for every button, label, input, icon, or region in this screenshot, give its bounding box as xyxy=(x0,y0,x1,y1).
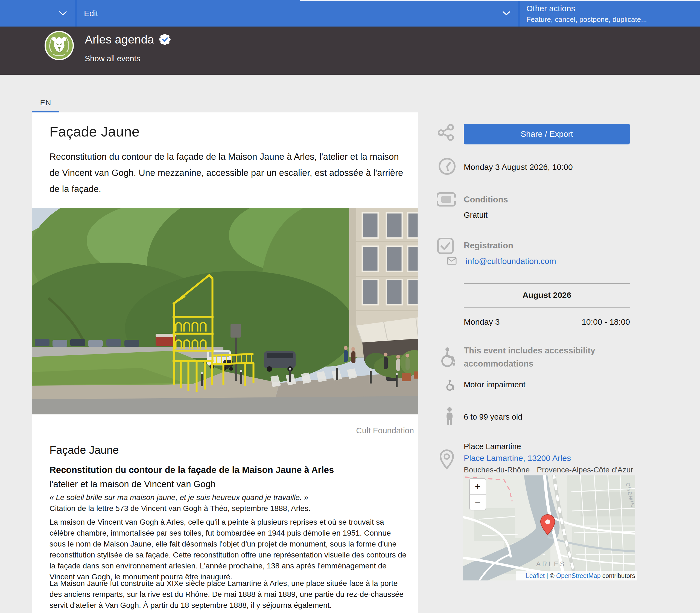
section-subheading-bold: Reconstitution du contour de la façade d… xyxy=(50,465,408,475)
action-bar-divider xyxy=(76,0,76,27)
citation-text: Citation de la lettre 573 de Vincent van… xyxy=(50,504,408,513)
tab-language-en[interactable]: EN xyxy=(32,95,60,111)
schedule-row: Monday 3 10:00 - 18:00 xyxy=(464,317,630,327)
location-map[interactable]: CHEMIN ARLES xyxy=(463,475,635,581)
event-summary: Reconstitution du contour de la façade d… xyxy=(50,148,408,197)
quote-text: « Le soleil brille sur ma maison jaune, … xyxy=(50,493,408,502)
event-datetime: Monday 3 August 2026, 10:00 xyxy=(464,162,573,172)
verified-badge-icon xyxy=(159,34,171,45)
collapse-right-button[interactable] xyxy=(502,11,511,16)
map-attribution: Leaflet | © OpenStreetMap contributors xyxy=(516,571,637,581)
map-zoom-in-button[interactable]: + xyxy=(470,479,486,495)
section-heading: Façade Jaune xyxy=(50,444,119,456)
edit-button[interactable]: Edit xyxy=(84,0,98,27)
wheelchair-icon xyxy=(437,346,459,368)
schedule-day: Monday 3 xyxy=(464,317,500,327)
schedule-divider-top xyxy=(464,283,630,284)
other-actions-subtitle: Feature, cancel, postpone, duplicate... xyxy=(526,15,647,24)
chevron-down-icon xyxy=(502,11,511,16)
event-title: Façade Jaune xyxy=(50,123,140,140)
map-zoom-out-button[interactable]: − xyxy=(470,495,486,510)
share-icon xyxy=(437,123,454,141)
other-actions-title: Other actions xyxy=(526,4,575,13)
event-page: Edit Other actions Feature, cancel, post… xyxy=(0,0,700,613)
collapse-left-button[interactable] xyxy=(59,11,67,16)
schedule-divider-bottom xyxy=(464,308,630,308)
agenda-logo xyxy=(44,31,74,60)
location-region-name: Provence-Alpes-Côte d'Azur xyxy=(537,466,633,474)
clock-icon xyxy=(438,157,456,175)
conditions-label: Conditions xyxy=(464,195,508,205)
body-paragraph-1: La maison de Vincent van Gogh à Arles, c… xyxy=(50,517,408,582)
conditions-value: Gratuit xyxy=(464,211,488,220)
attribution-separator: | © xyxy=(545,572,556,579)
location-address-link[interactable]: Place Lamartine, 13200 Arles xyxy=(464,454,571,463)
attribution-suffix: contributors xyxy=(600,572,635,579)
location-region: Bouches-du-RhôneProvence-Alpes-Côte d'Az… xyxy=(464,466,640,474)
event-photo xyxy=(32,208,418,414)
map-zoom-control: + − xyxy=(469,478,486,510)
section-subheading: l'atelier et la maison de Vincent van Go… xyxy=(50,479,408,490)
accessibility-title: This event includes accessibility accomm… xyxy=(464,344,625,370)
schedule-hours: 10:00 - 18:00 xyxy=(582,317,630,327)
ticket-icon xyxy=(436,192,456,207)
wheelchair-small-icon xyxy=(444,379,456,391)
other-actions-button[interactable]: Other actions Feature, cancel, postpone,… xyxy=(526,0,700,27)
lion-logo-icon xyxy=(44,31,74,60)
show-all-events-link[interactable]: Show all events xyxy=(85,54,140,63)
action-bar-divider xyxy=(519,0,519,27)
map-pin-icon xyxy=(439,449,454,470)
photo-credit: Cult Foundation xyxy=(356,426,414,435)
registration-email-link[interactable]: info@cultfoundation.com xyxy=(466,257,556,266)
map-city-label: ARLES xyxy=(536,560,566,568)
chevron-down-icon xyxy=(59,11,67,16)
envelope-icon xyxy=(447,257,457,265)
openstreetmap-link[interactable]: OpenStreetMap xyxy=(556,572,600,579)
checkbox-icon xyxy=(437,237,454,255)
leaflet-link[interactable]: Leaflet xyxy=(526,572,545,579)
accessibility-item: Motor impairment xyxy=(464,380,526,389)
age-range: 6 to 99 years old xyxy=(464,413,522,421)
person-icon xyxy=(443,407,456,425)
share-export-button[interactable]: Share / Export xyxy=(464,123,630,144)
agenda-title: Arles agenda xyxy=(85,33,154,46)
registration-label: Registration xyxy=(464,241,513,250)
schedule-month: August 2026 xyxy=(464,290,630,300)
location-name: Place Lamartine xyxy=(464,442,521,451)
location-department: Bouches-du-Rhône xyxy=(464,466,530,474)
body-paragraph-2: La Maison Jaune fut construite au XIXe s… xyxy=(50,578,408,611)
event-card: Façade Jaune Reconstitution du contour d… xyxy=(32,113,418,613)
